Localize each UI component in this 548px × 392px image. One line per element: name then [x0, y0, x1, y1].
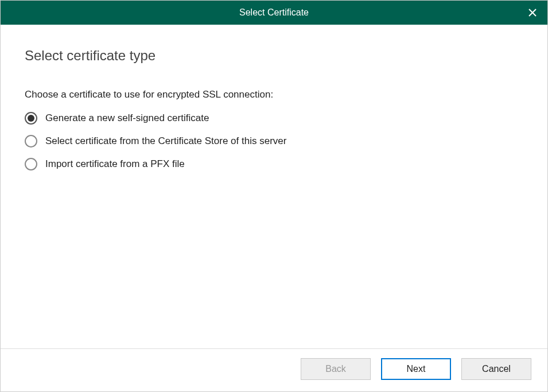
close-button[interactable] [524, 5, 541, 21]
close-icon [528, 8, 537, 17]
radio-option-certificate-store[interactable]: Select certificate from the Certificate … [25, 135, 523, 148]
radio-icon [25, 112, 37, 125]
titlebar: Select Certificate [1, 1, 547, 25]
certificate-type-radio-group: Generate a new self-signed certificate S… [25, 112, 523, 170]
radio-label: Import certificate from a PFX file [45, 158, 185, 170]
back-button[interactable]: Back [301, 358, 371, 380]
radio-option-generate-self-signed[interactable]: Generate a new self-signed certificate [25, 112, 523, 125]
dialog-title: Select Certificate [239, 7, 309, 18]
radio-icon [25, 158, 37, 170]
page-heading: Select certificate type [25, 48, 523, 64]
radio-icon [25, 135, 37, 148]
cancel-button[interactable]: Cancel [461, 358, 531, 380]
select-certificate-dialog: Select Certificate Select certificate ty… [0, 0, 548, 392]
instruction-text: Choose a certificate to use for encrypte… [25, 89, 523, 100]
radio-option-import-pfx[interactable]: Import certificate from a PFX file [25, 158, 523, 170]
radio-label: Select certificate from the Certificate … [45, 135, 286, 147]
next-button[interactable]: Next [381, 358, 451, 380]
dialog-footer: Back Next Cancel [1, 348, 547, 391]
dialog-content: Select certificate type Choose a certifi… [1, 25, 547, 348]
radio-label: Generate a new self-signed certificate [45, 112, 209, 124]
